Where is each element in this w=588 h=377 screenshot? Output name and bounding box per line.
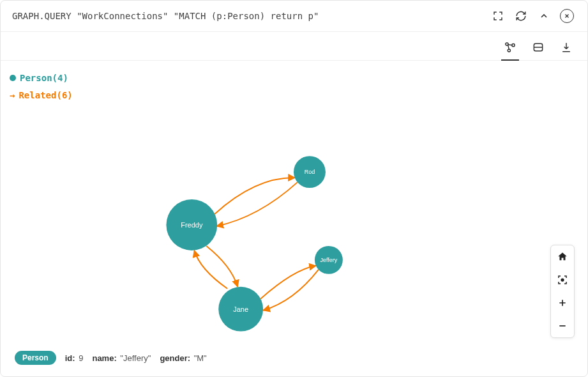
download-icon[interactable]: [559, 38, 573, 56]
zoom-controls: [550, 245, 575, 338]
zoom-center-icon[interactable]: [551, 268, 574, 291]
selection-name: name: "Jeffery": [92, 353, 151, 363]
fullscreen-icon[interactable]: [489, 7, 507, 25]
zoom-home-icon[interactable]: [551, 245, 574, 268]
zoom-in-icon[interactable]: [551, 291, 574, 314]
topbar: GRAPH.QUERY "WorkConnections" "MATCH (p:…: [1, 1, 587, 32]
refresh-icon[interactable]: [512, 7, 530, 25]
graph-svg: Freddy Rod Jane Jeffery: [1, 61, 587, 376]
node-freddy[interactable]: Freddy: [166, 199, 217, 250]
graph-view-tab[interactable]: [503, 38, 517, 56]
zoom-out-icon[interactable]: [551, 314, 574, 337]
selection-id: id: 9: [65, 353, 84, 363]
collapse-icon[interactable]: [535, 7, 553, 25]
edge-rod-freddy: [216, 182, 298, 226]
view-tabs: [1, 32, 587, 61]
svg-point-0: [506, 43, 508, 45]
query-panel: GRAPH.QUERY "WorkConnections" "MATCH (p:…: [0, 0, 588, 377]
svg-point-8: [561, 279, 564, 281]
svg-point-1: [512, 44, 515, 47]
selection-type-badge: Person: [15, 351, 56, 365]
node-rod[interactable]: Rod: [294, 156, 326, 188]
table-view-tab[interactable]: [531, 38, 545, 56]
close-icon[interactable]: [558, 7, 576, 25]
selection-footer: Person id: 9 name: "Jeffery" gender: "M": [15, 351, 207, 365]
edge-jane-freddy: [194, 250, 227, 289]
query-text: GRAPH.QUERY "WorkConnections" "MATCH (p:…: [12, 11, 484, 21]
graph-canvas[interactable]: Person(4) → Related(6): [1, 61, 587, 376]
node-jeffery-label: Jeffery: [320, 257, 337, 263]
node-jeffery[interactable]: Jeffery: [315, 246, 343, 274]
selection-gender: gender: "M": [160, 353, 206, 363]
node-rod-label: Rod: [305, 169, 315, 175]
edge-freddy-jane: [206, 246, 237, 287]
edge-freddy-rod: [215, 178, 295, 214]
node-jane[interactable]: Jane: [218, 287, 263, 332]
node-jane-label: Jane: [233, 305, 248, 313]
svg-point-2: [508, 49, 510, 52]
node-freddy-label: Freddy: [181, 221, 203, 229]
